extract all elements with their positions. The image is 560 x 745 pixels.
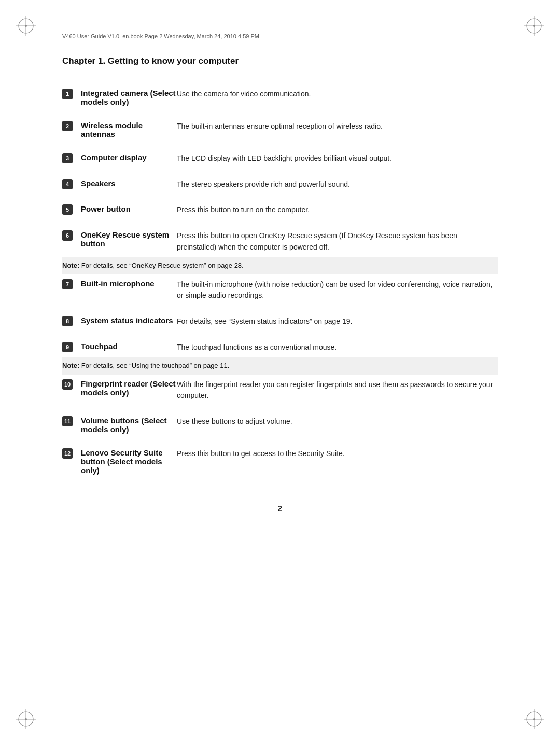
table-row: 3Computer displayThe LCD display with LE… (62, 149, 498, 168)
note-text-2: For details, see “Using the touchpad” on… (79, 362, 229, 369)
corner-mark-tr (524, 16, 544, 36)
separator-row (62, 331, 498, 338)
note-prefix-1: Note: (62, 261, 79, 269)
num-cell: 5 (62, 201, 81, 219)
desc-cell: Use the camera for video communication. (177, 85, 498, 110)
corner-mark-tl (16, 16, 36, 36)
items-table-2: 7Built-in microphoneThe built-in microph… (62, 275, 498, 357)
note-text-1: For details, see “OneKey Rescue system” … (79, 261, 244, 269)
separator-row (62, 405, 498, 412)
desc-cell: The LCD display with LED backlight provi… (177, 149, 498, 168)
desc-cell: Press this button to get access to the S… (177, 445, 498, 478)
chapter-title: Chapter 1. Getting to know your computer (62, 56, 498, 66)
note-table-1: Note: For details, see “OneKey Rescue sy… (62, 257, 498, 274)
separator-row (62, 168, 498, 175)
corner-mark-br (524, 709, 544, 729)
note-row-1: Note: For details, see “OneKey Rescue sy… (62, 257, 498, 274)
separator-row (62, 219, 498, 227)
label-cell: Computer display (81, 149, 177, 168)
desc-cell: Use these buttons to adjust volume. (177, 412, 498, 437)
num-badge: 4 (62, 179, 73, 189)
num-cell: 10 (62, 376, 81, 405)
label-cell: Touchpad (81, 338, 177, 357)
desc-cell: Press this button to turn on the compute… (177, 201, 498, 219)
label-cell: Volume buttons (Select models only) (81, 412, 177, 437)
items-table-1: 1Integrated camera (Select models only)U… (62, 85, 498, 256)
num-cell: 9 (62, 338, 81, 357)
desc-cell: With the fingerprint reader you can regi… (177, 376, 498, 405)
note-prefix-2: Note: (62, 362, 79, 369)
note-cell-2: Note: For details, see “Using the touchp… (62, 357, 498, 374)
table-row: 4SpeakersThe stereo speakers provide ric… (62, 175, 498, 194)
page-number: 2 (62, 504, 498, 513)
label-cell: Built-in microphone (81, 275, 177, 305)
table-row: 8System status indicatorsFor details, se… (62, 312, 498, 331)
num-badge: 9 (62, 342, 73, 352)
desc-cell: The built-in microphone (with noise redu… (177, 275, 498, 305)
num-cell: 1 (62, 85, 81, 110)
separator-row (62, 194, 498, 201)
table-row: 2Wireless module antennasThe built-in an… (62, 117, 498, 142)
num-badge: 2 (62, 121, 73, 131)
note-row-2: Note: For details, see “Using the touchp… (62, 357, 498, 374)
desc-cell: The stereo speakers provide rich and pow… (177, 175, 498, 194)
desc-cell: Press this button to open OneKey Rescue … (177, 227, 498, 256)
num-cell: 11 (62, 412, 81, 437)
items-table-3: 10Fingerprint reader (Select models only… (62, 376, 498, 478)
corner-mark-bl (16, 709, 36, 729)
desc-cell: The touchpad functions as a conventional… (177, 338, 498, 357)
separator-row (62, 437, 498, 445)
separator-row (62, 142, 498, 149)
num-cell: 3 (62, 149, 81, 168)
table-row: 11Volume buttons (Select models only)Use… (62, 412, 498, 437)
num-badge: 10 (62, 379, 73, 390)
label-cell: Lenovo Security Suite button (Select mod… (81, 445, 177, 478)
num-badge: 3 (62, 153, 73, 163)
table-row: 1Integrated camera (Select models only)U… (62, 85, 498, 110)
label-cell: Speakers (81, 175, 177, 194)
num-badge: 11 (62, 416, 73, 426)
num-cell: 12 (62, 445, 81, 478)
label-cell: Fingerprint reader (Select models only) (81, 376, 177, 405)
table-row: 6OneKey Rescue system buttonPress this b… (62, 227, 498, 256)
page-wrapper: V460 User Guide V1.0_en.book Page 2 Wedn… (0, 0, 560, 745)
label-cell: Integrated camera (Select models only) (81, 85, 177, 110)
num-badge: 5 (62, 204, 73, 215)
num-cell: 7 (62, 275, 81, 305)
label-cell: OneKey Rescue system button (81, 227, 177, 256)
num-cell: 4 (62, 175, 81, 194)
separator-row (62, 305, 498, 312)
label-cell: Wireless module antennas (81, 117, 177, 142)
num-badge: 7 (62, 279, 73, 289)
num-badge: 12 (62, 448, 73, 459)
table-row: 5Power buttonPress this button to turn o… (62, 201, 498, 219)
num-cell: 2 (62, 117, 81, 142)
note-cell-1: Note: For details, see “OneKey Rescue sy… (62, 257, 498, 274)
desc-cell: For details, see “System status indicato… (177, 312, 498, 331)
table-row: 12Lenovo Security Suite button (Select m… (62, 445, 498, 478)
table-row: 9TouchpadThe touchpad functions as a con… (62, 338, 498, 357)
note-table-2: Note: For details, see “Using the touchp… (62, 357, 498, 374)
label-cell: System status indicators (81, 312, 177, 331)
num-badge: 1 (62, 89, 73, 99)
num-cell: 8 (62, 312, 81, 331)
separator-row (62, 110, 498, 117)
table-row: 10Fingerprint reader (Select models only… (62, 376, 498, 405)
table-row: 7Built-in microphoneThe built-in microph… (62, 275, 498, 305)
label-cell: Power button (81, 201, 177, 219)
num-cell: 6 (62, 227, 81, 256)
num-badge: 6 (62, 230, 73, 241)
desc-cell: The built-in antennas ensure optimal rec… (177, 117, 498, 142)
num-badge: 8 (62, 316, 73, 326)
header-line: V460 User Guide V1.0_en.book Page 2 Wedn… (62, 33, 498, 39)
